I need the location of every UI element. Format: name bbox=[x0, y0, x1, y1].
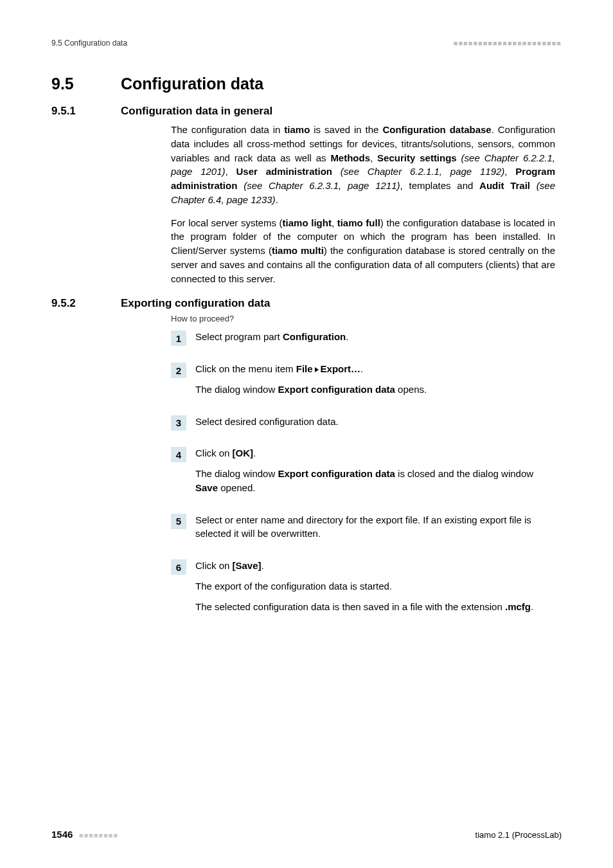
step-line: Click on [OK]. bbox=[195, 446, 555, 460]
footer-right: tiamo 2.1 (ProcessLab) bbox=[475, 830, 562, 840]
text-bold: Security settings bbox=[377, 152, 457, 163]
text: Click on bbox=[195, 448, 233, 458]
text: , bbox=[226, 166, 236, 177]
text-bold: Export… bbox=[321, 363, 361, 374]
text: , bbox=[370, 152, 377, 163]
text-bold: tiamo full bbox=[337, 217, 380, 228]
text: The configuration data in bbox=[171, 124, 284, 135]
text-italic: (see Chapter 6.2.1.1, page 1192) bbox=[332, 166, 504, 177]
step-body: Select desired configuration data. bbox=[195, 415, 555, 435]
text: For local server systems ( bbox=[171, 217, 283, 228]
text: Select program part bbox=[195, 331, 283, 342]
step: 4Click on [OK].The dialog window Export … bbox=[171, 446, 555, 501]
step-line: Click on [Save]. bbox=[195, 559, 555, 573]
howto-label: How to proceed? bbox=[171, 314, 562, 323]
subsection-heading: 9.5.2 Exporting configuration data bbox=[51, 297, 562, 310]
step-line: Select program part Configuration. bbox=[195, 330, 555, 344]
step: 5Select or enter name and directory for … bbox=[171, 513, 555, 548]
text: opened. bbox=[218, 482, 255, 493]
text: . bbox=[531, 601, 533, 612]
running-header: 9.5 Configuration data ■■■■■■■■■■■■■■■■■… bbox=[51, 39, 562, 48]
step: 3Select desired configuration data. bbox=[171, 415, 555, 435]
text-bold: Export configuration data bbox=[278, 384, 395, 395]
step-number: 2 bbox=[171, 363, 186, 378]
step-number: 5 bbox=[171, 514, 186, 529]
text-bold: tiamo light bbox=[283, 217, 332, 228]
text-bold: User administration bbox=[236, 166, 333, 177]
text-bold: Save bbox=[195, 482, 218, 493]
step-number: 6 bbox=[171, 559, 186, 575]
text-bold: Audit Trail bbox=[479, 180, 530, 191]
text: Click on bbox=[195, 560, 233, 571]
text: , bbox=[504, 166, 515, 177]
section-number: 9.5 bbox=[51, 75, 96, 93]
body-text: The configuration data in tiamo is saved… bbox=[171, 123, 555, 285]
text: The dialog window bbox=[195, 468, 278, 479]
text-bold: [OK] bbox=[233, 448, 254, 458]
text: is closed and the dialog window bbox=[395, 468, 533, 479]
paragraph: The configuration data in tiamo is saved… bbox=[171, 123, 555, 207]
step-line: The export of the configuration data is … bbox=[195, 579, 555, 593]
text: , templates and bbox=[400, 180, 480, 191]
text: The selected configuration data is then … bbox=[195, 601, 505, 612]
footer-decor: ■■■■■■■■ bbox=[79, 831, 118, 839]
step-number: 3 bbox=[171, 415, 186, 431]
step-line: The dialog window Export configuration d… bbox=[195, 383, 555, 397]
text: The export of the configuration data is … bbox=[195, 581, 392, 592]
text-bold: Export configuration data bbox=[278, 468, 395, 479]
text: Click on the menu item bbox=[195, 363, 296, 374]
step-body: Click on [OK].The dialog window Export c… bbox=[195, 446, 555, 501]
header-left: 9.5 Configuration data bbox=[51, 39, 127, 48]
text: . bbox=[276, 194, 278, 205]
triangle-icon bbox=[315, 367, 319, 372]
steps-list: 1Select program part Configuration.2Clic… bbox=[171, 330, 555, 620]
text-bold: File bbox=[296, 363, 313, 374]
page: 9.5 Configuration data ■■■■■■■■■■■■■■■■■… bbox=[0, 0, 613, 868]
step-line: Click on the menu item FileExport…. bbox=[195, 362, 555, 376]
paragraph: For local server systems (tiamo light, t… bbox=[171, 216, 555, 286]
step-line: The dialog window Export configuration d… bbox=[195, 467, 555, 495]
text-bold: Configuration bbox=[283, 331, 346, 342]
text: . bbox=[253, 448, 256, 458]
text: Select or enter name and directory for t… bbox=[195, 514, 531, 539]
text-bold: tiamo bbox=[284, 124, 310, 135]
text: . bbox=[262, 560, 264, 571]
text: , bbox=[332, 217, 337, 228]
step-body: Click on the menu item FileExport….The d… bbox=[195, 362, 555, 403]
text: is saved in the bbox=[310, 124, 382, 135]
page-footer: 1546 ■■■■■■■■ tiamo 2.1 (ProcessLab) bbox=[51, 829, 562, 840]
text: The dialog window bbox=[195, 384, 278, 395]
step-line: The selected configuration data is then … bbox=[195, 600, 555, 614]
text: . bbox=[360, 363, 363, 374]
subsection-title: Exporting configuration data bbox=[121, 297, 270, 310]
section-title: Configuration data bbox=[121, 75, 263, 93]
text-bold: Methods bbox=[330, 152, 370, 163]
text-bold: .mcfg bbox=[505, 601, 531, 612]
text: opens. bbox=[395, 384, 427, 395]
step-number: 1 bbox=[171, 330, 186, 346]
subsection-number: 9.5.2 bbox=[51, 297, 96, 310]
step-body: Click on [Save].The export of the config… bbox=[195, 559, 555, 620]
header-decor: ■■■■■■■■■■■■■■■■■■■■■■ bbox=[454, 39, 562, 47]
step: 6Click on [Save].The export of the confi… bbox=[171, 559, 555, 620]
step-body: Select or enter name and directory for t… bbox=[195, 513, 555, 548]
subsection-number: 9.5.1 bbox=[51, 105, 96, 118]
subsection-heading: 9.5.1 Configuration data in general bbox=[51, 105, 562, 118]
step-line: Select desired configuration data. bbox=[195, 415, 555, 429]
text-italic: (see Chapter 6.2.3.1, page 1211) bbox=[237, 180, 400, 191]
text-bold: Configuration database bbox=[382, 124, 491, 135]
step-line: Select or enter name and directory for t… bbox=[195, 513, 555, 541]
text-bold: [Save] bbox=[233, 560, 262, 571]
step: 2Click on the menu item FileExport….The … bbox=[171, 362, 555, 403]
step: 1Select program part Configuration. bbox=[171, 330, 555, 350]
text: . bbox=[346, 331, 348, 342]
subsection-title: Configuration data in general bbox=[121, 105, 272, 118]
footer-left: 1546 ■■■■■■■■ bbox=[51, 829, 118, 840]
text-bold: tiamo multi bbox=[272, 245, 324, 256]
page-number: 1546 bbox=[51, 829, 73, 840]
section-heading: 9.5 Configuration data bbox=[51, 75, 562, 93]
text: Select desired configuration data. bbox=[195, 416, 339, 427]
step-number: 4 bbox=[171, 447, 186, 462]
step-body: Select program part Configuration. bbox=[195, 330, 555, 350]
